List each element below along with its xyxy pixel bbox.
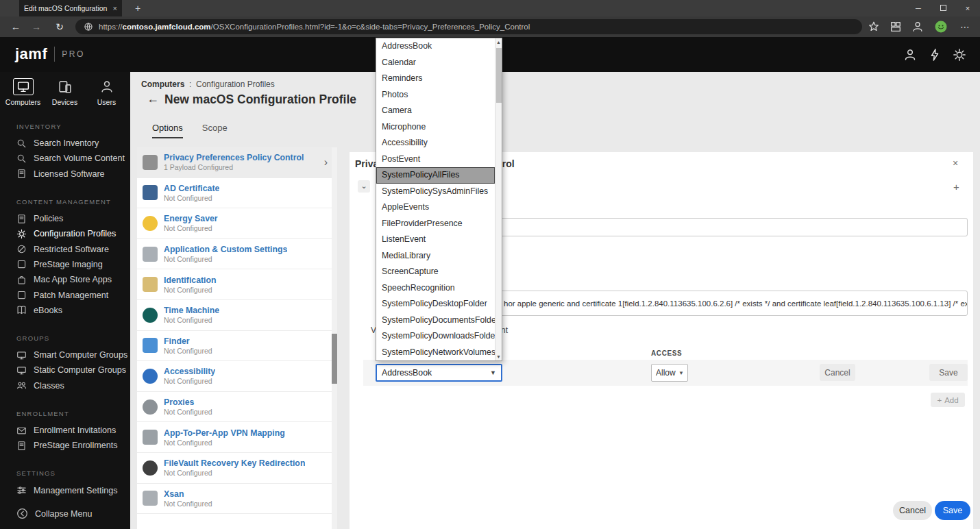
scroll-down-icon[interactable]: ▼ xyxy=(495,354,502,359)
payload-item-energy-saver[interactable]: Energy Saver Not Configured xyxy=(137,208,337,239)
dropdown-option[interactable]: Calendar xyxy=(376,55,495,71)
dropdown-option[interactable]: PostEvent xyxy=(376,151,495,168)
tab-options[interactable]: Options xyxy=(152,123,183,138)
tab-close-icon[interactable]: × xyxy=(113,4,117,12)
tab-scope[interactable]: Scope xyxy=(202,123,228,138)
enrollment-invitations-icon xyxy=(16,426,27,436)
url-bar[interactable]: https://contoso.jamfcloud.com/OSXConfigu… xyxy=(75,19,862,34)
payload-item-accessibility[interactable]: Accessibility Not Configured xyxy=(137,361,337,392)
browser-menu-icon[interactable]: ⋯ xyxy=(960,16,970,37)
favorites-icon[interactable] xyxy=(868,21,880,33)
close-icon[interactable]: × xyxy=(955,0,980,16)
sidebar-item-ebooks[interactable]: eBooks xyxy=(0,303,130,318)
dropdown-option[interactable]: Camera xyxy=(376,103,495,119)
scroll-up-icon[interactable]: ▲ xyxy=(495,40,502,45)
dropdown-option[interactable]: SystemPolicySysAdminFiles xyxy=(376,184,495,200)
payload-list: Privacy Preferences Policy Control 1 Pay… xyxy=(137,147,337,514)
payload-item-proxies[interactable]: Proxies Not Configured xyxy=(137,392,337,423)
dropdown-scrollbar-thumb[interactable] xyxy=(496,48,502,103)
privacy-icon xyxy=(143,155,158,170)
dropdown-option[interactable]: Microphone xyxy=(376,119,495,136)
payload-item-app-to-per-app-vpn-mapping[interactable]: App-To-Per-App VPN Mapping Not Configure… xyxy=(137,422,337,453)
payload-item-filevault-recovery-key-redirection[interactable]: FileVault Recovery Key Redirection Not C… xyxy=(137,453,337,484)
row-cancel-button[interactable]: Cancel xyxy=(820,364,855,381)
payload-item-application-custom-settings[interactable]: Application & Custom Settings Not Config… xyxy=(137,239,337,270)
dropdown-option[interactable]: MediaLibrary xyxy=(376,248,495,264)
dropdown-option[interactable]: Photos xyxy=(376,87,495,103)
sidebar-sections: INVENTORY Search Inventory Search Volume… xyxy=(0,123,130,498)
panel-close-icon[interactable]: × xyxy=(953,158,958,169)
sidebar-item-search-inventory[interactable]: Search Inventory xyxy=(0,136,130,151)
dropdown-option[interactable]: SystemPolicyDesktopFolder xyxy=(376,296,495,312)
sidebar-item-enrollment-invitations[interactable]: Enrollment Invitations xyxy=(0,423,130,438)
sidebar-item-prestage-enrollments[interactable]: PreStage Enrollments xyxy=(0,438,130,453)
sidebar-item-configuration-profiles[interactable]: Configuration Profiles xyxy=(0,226,130,241)
payload-item-time-machine[interactable]: Time Machine Not Configured xyxy=(137,300,337,331)
payload-item-finder[interactable]: Finder Not Configured xyxy=(137,331,337,362)
new-tab-button[interactable]: + xyxy=(130,0,145,16)
breadcrumb-computers[interactable]: Computers xyxy=(141,79,184,89)
dropdown-option[interactable]: ScreenCapture xyxy=(376,264,495,280)
payload-scrollbar-thumb[interactable] xyxy=(332,334,337,384)
dropdown-option[interactable]: SpeechRecognition xyxy=(376,280,495,297)
payload-item-ad-certificate[interactable]: AD Certificate Not Configured xyxy=(137,178,337,209)
cancel-button[interactable]: Cancel xyxy=(893,501,932,520)
profile-icon[interactable] xyxy=(911,21,924,33)
dropdown-option[interactable]: SystemPolicyAllFiles xyxy=(376,167,495,184)
top-tab-devices[interactable]: Devices xyxy=(44,78,86,106)
minimize-icon[interactable]: ─ xyxy=(906,0,931,16)
sidebar-item-patch-management[interactable]: Patch Management xyxy=(0,287,130,302)
dropdown-option[interactable]: ListenEvent xyxy=(376,232,495,248)
app-service-combobox[interactable]: AddressBook ▼ xyxy=(376,364,502,382)
dropdown-option[interactable]: AppleEvents xyxy=(376,199,495,216)
access-select[interactable]: Allow ▼ xyxy=(651,364,688,382)
sidebar-item-restricted-software[interactable]: Restricted Software xyxy=(0,241,130,256)
sidebar-item-policies[interactable]: Policies xyxy=(0,211,130,226)
save-button[interactable]: Save xyxy=(935,501,970,520)
sidebar-item-static-computer-groups[interactable]: Static Computer Groups xyxy=(0,362,130,378)
top-tab-computers[interactable]: Computers xyxy=(2,78,44,106)
sidebar-item-smart-computer-groups[interactable]: Smart Computer Groups xyxy=(0,347,130,362)
avatar[interactable] xyxy=(935,21,947,33)
sidebar-section-title: INVENTORY xyxy=(16,123,130,130)
payload-item-xsan[interactable]: Xsan Not Configured xyxy=(137,484,337,515)
maximize-icon[interactable] xyxy=(931,0,955,16)
vpn-mapping-icon xyxy=(143,430,158,445)
dropdown-option[interactable]: Reminders xyxy=(376,71,495,87)
bolt-icon[interactable] xyxy=(928,48,942,62)
dropdown-option[interactable]: SystemPolicyDocumentsFolder xyxy=(376,312,495,329)
finder-icon xyxy=(143,338,158,353)
payload-scrollbar[interactable] xyxy=(332,147,337,529)
user-icon[interactable] xyxy=(903,48,917,62)
sidebar-item-classes[interactable]: Classes xyxy=(0,378,130,393)
ebooks-icon xyxy=(16,305,27,315)
sidebar-item-search-volume-content[interactable]: Search Volume Content xyxy=(0,151,130,166)
sidebar-item-mac-app-store-apps[interactable]: Mac App Store Apps xyxy=(0,272,130,287)
back-button[interactable]: ← xyxy=(147,92,159,106)
dropdown-option[interactable]: AddressBook xyxy=(376,38,495,55)
dropdown-option[interactable]: SystemPolicyNetworkVolumes xyxy=(376,345,495,361)
back-icon[interactable]: ← xyxy=(7,16,25,37)
add-row-button[interactable]: + Add xyxy=(931,393,965,407)
chevron-down-icon[interactable]: ⌄ xyxy=(358,180,370,193)
sidebar-item-prestage-imaging[interactable]: PreStage Imaging xyxy=(0,257,130,272)
dropdown-option[interactable]: Accessibility xyxy=(376,135,495,151)
dropdown-option[interactable]: FileProviderPresence xyxy=(376,216,495,232)
payload-item-privacy-preferences-policy-control[interactable]: Privacy Preferences Policy Control 1 Pay… xyxy=(137,147,337,178)
payload-item-identification[interactable]: Identification Not Configured xyxy=(137,269,337,300)
restricted-software-icon xyxy=(16,244,27,254)
row-save-button[interactable]: Save xyxy=(929,364,968,381)
top-tab-users[interactable]: Users xyxy=(86,78,127,106)
gear-icon[interactable] xyxy=(953,48,966,62)
reload-icon[interactable]: ↻ xyxy=(51,16,69,37)
dropdown-scrollbar[interactable]: ▲ ▼ xyxy=(495,38,502,360)
forward-icon[interactable]: → xyxy=(27,16,45,37)
panel-add-icon[interactable]: + xyxy=(953,181,959,193)
collections-icon[interactable] xyxy=(890,21,902,33)
sidebar-item-licensed-software[interactable]: Licensed Software xyxy=(0,167,130,182)
sidebar-item-management-settings[interactable]: Management Settings xyxy=(0,482,130,497)
breadcrumb-configuration-profiles[interactable]: Configuration Profiles xyxy=(196,79,275,89)
browser-tab[interactable]: Edit macOS Configuration Profil × xyxy=(19,0,122,16)
collapse-menu-button[interactable]: Collapse Menu xyxy=(16,508,92,519)
dropdown-option[interactable]: SystemPolicyDownloadsFolder xyxy=(376,328,495,345)
